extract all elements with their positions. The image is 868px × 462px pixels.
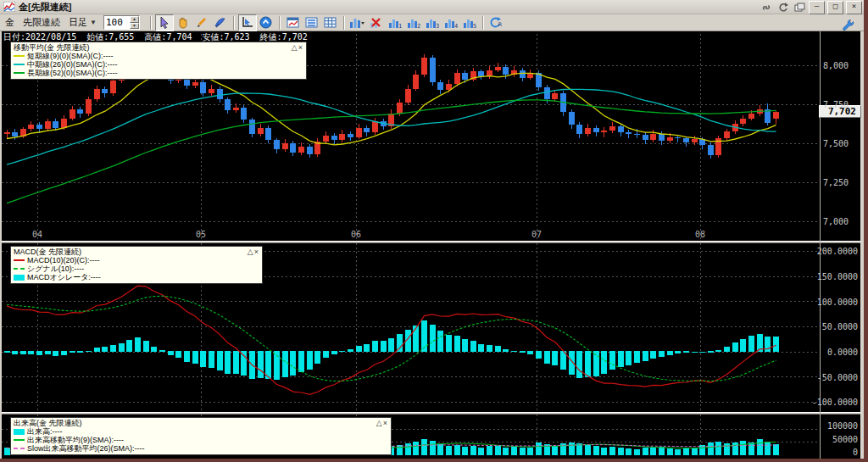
period-select[interactable]: 日足 ▼ [69, 16, 97, 29]
link-icon[interactable] [760, 2, 774, 14]
macd-axis-label: 50.0000 [804, 322, 858, 331]
chart-window-icon [3, 2, 15, 12]
cursor-icon [158, 16, 170, 29]
sma9-swatch [14, 55, 25, 57]
minimize-button[interactable]: – [809, 1, 825, 14]
spin-down-icon[interactable]: ▼ [130, 23, 139, 30]
grid-icon [324, 16, 337, 29]
board-grid-button[interactable] [321, 14, 340, 31]
svg-text:R: R [498, 21, 502, 28]
chart-layout-1-button[interactable]: 1 [386, 14, 404, 31]
volume-axis-label: 50000 [804, 435, 858, 444]
scroll-latest-button[interactable] [257, 14, 275, 31]
price-axis-label: 7,750 [823, 100, 849, 109]
annotation-button[interactable] [211, 14, 230, 31]
sma26-label: 中期線(26)(0)(SMA)(C):---- [27, 60, 117, 69]
window-inner-edge [860, 31, 862, 459]
sma52-label: 長期線(52)(0)(SMA)(C):---- [27, 69, 117, 77]
legend-collapse-icon[interactable]: △ [376, 419, 383, 427]
signal-line-label: シグナル(10):---- [27, 264, 84, 273]
window-inner-edge [0, 31, 2, 459]
svg-text:4: 4 [454, 23, 458, 29]
oscillator-label: MACDオシレータ:---- [27, 273, 101, 281]
bars-count-input[interactable] [104, 16, 130, 29]
spin-up-icon[interactable]: ▲ [130, 16, 139, 23]
refresh-icon[interactable] [776, 2, 790, 14]
toolbar-separator [343, 16, 345, 30]
signal-line-swatch [14, 268, 25, 270]
list-icon [305, 16, 318, 29]
period-label: 日足 [69, 16, 87, 29]
select-cursor-button[interactable] [155, 14, 174, 31]
volume-sma9-label: 出来高移動平均(9)(SMA):---- [27, 436, 124, 444]
toolbar-separator [150, 16, 152, 30]
indicator-menu-button[interactable] [348, 14, 367, 31]
volume-legend[interactable]: 出来高(金 先限連続) △× 出来高:---- 出来高移動平均(9)(SMA):… [10, 417, 392, 455]
price-axis-label: 7,500 [823, 139, 849, 148]
symbol-label: 金 [5, 16, 14, 29]
macd-axis-label: 200.0000 [804, 247, 858, 256]
settings-button[interactable] [838, 16, 857, 33]
quote-list-button[interactable] [303, 14, 321, 31]
macd-axis-label: 0.0000 [804, 348, 858, 357]
month-label: 06 [346, 230, 366, 239]
axis-divider [820, 31, 821, 459]
chart-canvas[interactable] [0, 31, 862, 459]
chart-window: 金[先限連続] – □ × 金 先限連続 日足 ▼ ▲ [0, 0, 864, 459]
crosshair-mode-button[interactable] [238, 14, 257, 31]
macd-line-label: MACD(10)(20)(C):---- [27, 256, 100, 264]
price-axis-label: 8,000 [823, 61, 849, 70]
close-button[interactable]: × [846, 1, 862, 14]
volume-axis-label: 0 [804, 448, 858, 457]
volume-sma9-swatch [14, 439, 25, 441]
toolbar-separator [233, 16, 235, 30]
panel-separator[interactable] [0, 241, 862, 243]
clear-indicators-button[interactable] [367, 14, 386, 31]
price-axis-label: 7,250 [823, 178, 849, 187]
bar-chart-dropdown-icon [349, 16, 365, 29]
legend-collapse-icon[interactable]: △ [248, 248, 254, 256]
title-bar[interactable]: 金[先限連続] – □ × [0, 0, 864, 14]
chart-cursor-icon [241, 16, 253, 29]
calendar-chart-icon [287, 16, 299, 29]
draw-pencil-button[interactable] [192, 14, 211, 31]
month-label: 07 [526, 230, 547, 239]
circle-arrow-icon [259, 16, 272, 29]
chart-layout-3-button[interactable]: 3 [423, 14, 442, 31]
legend-close-icon[interactable]: × [383, 419, 388, 427]
cascade-windows-icon[interactable] [793, 2, 806, 14]
volume-label: 出来高:---- [27, 427, 63, 436]
price-axis-label: 7,000 [823, 217, 849, 226]
sma26-swatch [14, 64, 25, 65]
sma9-label: 短期線(9)(0)(SMA)(C):---- [27, 52, 113, 60]
legend-close-icon[interactable]: × [298, 43, 303, 52]
month-label: 05 [191, 230, 211, 239]
legend-collapse-icon[interactable]: △ [292, 43, 298, 52]
chart-layout-2-button[interactable]: 2 [404, 14, 423, 31]
macd-line-swatch [14, 259, 25, 261]
chart-layout-5-button[interactable]: 5 [460, 14, 479, 31]
ma-legend[interactable]: 移動平均(金 先限連続) △× 短期線(9)(0)(SMA)(C):---- 中… [10, 42, 307, 80]
svg-text:2: 2 [417, 23, 420, 29]
volume-swatch [14, 429, 25, 435]
toolbar-separator [482, 16, 484, 30]
chart-area: 日付:2022/08/15始値:7,655高値:7,704安値:7,623終値:… [0, 31, 862, 459]
toolbar-separator [279, 16, 281, 30]
period-chart-button[interactable] [284, 14, 303, 31]
maximize-button[interactable]: □ [827, 1, 843, 14]
panel-separator[interactable] [0, 412, 862, 415]
volume-axis-label: 100000 [804, 421, 858, 431]
reset-chart-button[interactable]: R [487, 14, 506, 31]
chart-layout-4-button[interactable]: 4 [442, 14, 460, 31]
volume-sma26-swatch [14, 448, 25, 449]
macd-legend[interactable]: MACD(金 先限連続) △× MACD(10)(20)(C):---- シグナ… [10, 246, 263, 284]
macd-axis-label: -50.0000 [804, 373, 858, 382]
legend-close-icon[interactable]: × [254, 248, 259, 256]
bars-count-spinner[interactable]: ▲ ▼ [103, 15, 140, 30]
volume-legend-title: 出来高(金 先限連続) [14, 419, 82, 427]
pan-hand-button[interactable] [174, 14, 192, 31]
wrench-icon [842, 19, 854, 31]
volume-sma26-label: Slow出来高移動平均(26)(SMA):---- [27, 444, 145, 453]
macd-axis-label: 150.0000 [804, 272, 858, 281]
ma-legend-title: 移動平均(金 先限連続) [14, 43, 90, 52]
